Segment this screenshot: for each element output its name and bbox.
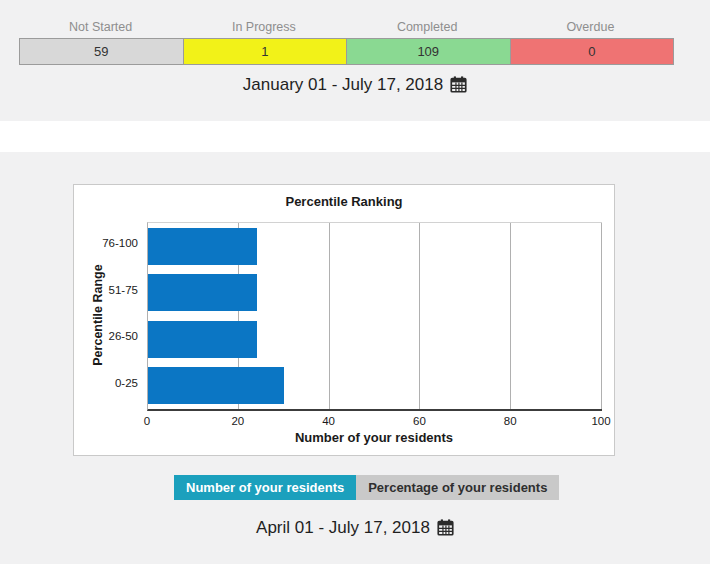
bar-51-75 <box>148 274 257 311</box>
x-tick-label-80: 80 <box>504 415 517 427</box>
x-tick-label-20: 20 <box>231 415 244 427</box>
y-axis-title: Percentile Range <box>91 264 105 365</box>
top-date-range-picker[interactable]: January 01 - July 17, 2018 <box>0 75 710 98</box>
y-category-label-26-50: 26-50 <box>74 330 138 342</box>
status-segment-not-started: 59 <box>20 39 184 64</box>
status-label-in-progress: In Progress <box>182 20 345 34</box>
status-segment-completed: 109 <box>347 39 511 64</box>
bottom-date-range-picker[interactable]: April 01 - July 17, 2018 <box>0 518 710 541</box>
toggle-button-percentage[interactable]: Percentage of your residents <box>356 475 559 500</box>
x-tick-label-0: 0 <box>144 415 150 427</box>
bar-0-25 <box>148 367 284 404</box>
status-bar: 5911090 <box>19 38 674 65</box>
toggle-button-number[interactable]: Number of your residents <box>174 475 356 500</box>
gridline-40 <box>329 223 330 409</box>
calendar-icon[interactable] <box>437 519 454 541</box>
y-category-label-0-25: 0-25 <box>74 377 138 389</box>
status-segment-in-progress: 1 <box>184 39 348 64</box>
gridline-80 <box>510 223 511 409</box>
section-divider <box>0 121 710 152</box>
status-labels-row: Not StartedIn ProgressCompletedOverdue <box>19 20 672 34</box>
dashboard-page: Not StartedIn ProgressCompletedOverdue 5… <box>0 0 710 564</box>
chart-title: Percentile Ranking <box>74 194 614 209</box>
status-segment-overdue: 0 <box>511 39 674 64</box>
gridline-60 <box>419 223 420 409</box>
x-tick-label-40: 40 <box>322 415 335 427</box>
x-tick-label-60: 60 <box>413 415 426 427</box>
view-toggle: Number of your residentsPercentage of yo… <box>174 475 559 500</box>
bottom-date-range-text: April 01 - July 17, 2018 <box>256 518 430 537</box>
top-date-range-text: January 01 - July 17, 2018 <box>243 75 443 94</box>
plot-area <box>147 222 602 411</box>
status-label-not-started: Not Started <box>19 20 182 34</box>
x-tick-label-100: 100 <box>591 415 610 427</box>
status-label-overdue: Overdue <box>509 20 672 34</box>
y-category-label-76-100: 76-100 <box>74 237 138 249</box>
percentile-chart-panel: Percentile Ranking Percentile Range Numb… <box>73 184 615 456</box>
y-category-label-51-75: 51-75 <box>74 284 138 296</box>
calendar-icon[interactable] <box>450 76 467 98</box>
bar-26-50 <box>148 321 257 358</box>
x-axis-title: Number of your residents <box>147 430 601 445</box>
bar-76-100 <box>148 228 257 265</box>
status-label-completed: Completed <box>346 20 509 34</box>
gridline-100 <box>601 223 602 409</box>
